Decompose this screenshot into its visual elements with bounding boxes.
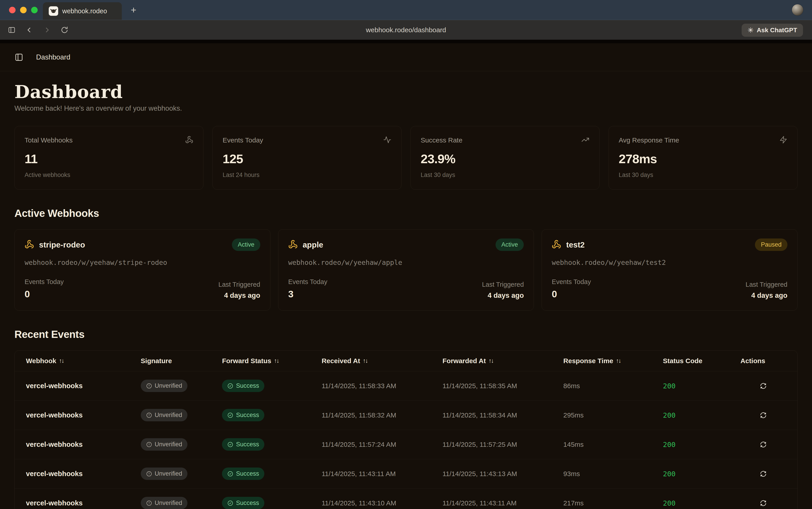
- column-label: Forwarded At: [443, 357, 486, 365]
- stat-label: Success Rate: [421, 136, 462, 144]
- column-label: Forward Status: [222, 357, 271, 365]
- recent-events-heading: Recent Events: [14, 328, 798, 340]
- refresh-icon: [760, 412, 767, 419]
- column-header[interactable]: Forward Status ↑↓: [222, 357, 321, 365]
- alert-circle-icon: [146, 383, 152, 389]
- stat-value: 278ms: [619, 151, 787, 166]
- signature-badge: Unverified: [141, 409, 188, 421]
- retry-button[interactable]: [758, 440, 768, 449]
- webhook-name: test2: [566, 240, 750, 249]
- last-triggered-label: Last Triggered: [218, 281, 260, 288]
- page-title: Dashboard: [14, 81, 798, 102]
- back-button[interactable]: [24, 25, 34, 35]
- activity-icon: [383, 136, 391, 145]
- webhook-card[interactable]: stripe-rodeo Active webhook.rodeo/w/yeeh…: [14, 229, 270, 311]
- site-favicon-bull-icon: [49, 6, 58, 16]
- column-header[interactable]: Response Time ↑↓: [563, 357, 663, 365]
- webhook-card[interactable]: apple Active webhook.rodeo/w/yeehaw/appl…: [278, 229, 534, 311]
- zap-icon: [779, 136, 787, 145]
- retry-button[interactable]: [758, 498, 768, 508]
- recent-events-table: Webhook ↑↓ Signature Forward Status ↑↓ R…: [14, 350, 798, 509]
- column-header[interactable]: Forwarded At ↑↓: [443, 357, 563, 365]
- received-at: 11/14/2025, 11:58:33 AM: [322, 382, 443, 390]
- forwarded-at: 11/14/2025, 11:58:34 AM: [443, 411, 563, 419]
- column-header[interactable]: Received At ↑↓: [322, 357, 443, 365]
- table-body: vercel-webhooks Unverified Success 11/14…: [15, 371, 797, 509]
- check-circle-icon: [227, 383, 233, 389]
- retry-button[interactable]: [758, 469, 768, 479]
- alert-circle-icon: [146, 442, 152, 447]
- page-subtitle: Welcome back! Here's an overview of your…: [14, 104, 798, 112]
- sort-arrows-icon: ↑↓: [363, 357, 368, 364]
- webhook-icon: [25, 240, 34, 250]
- forward-status-badge: Success: [222, 409, 264, 421]
- refresh-icon: [760, 500, 767, 507]
- webhook-icon: [288, 240, 298, 250]
- column-header[interactable]: Actions: [741, 357, 786, 365]
- close-window-button[interactable]: [9, 7, 15, 13]
- forward-button[interactable]: [42, 25, 52, 35]
- stat-label: Avg Response Time: [619, 136, 679, 144]
- stat-value: 125: [223, 151, 391, 166]
- row-webhook-name: vercel-webhooks: [26, 470, 141, 478]
- events-today-value: 0: [25, 289, 64, 300]
- reload-button[interactable]: [60, 25, 69, 35]
- events-today-label: Events Today: [288, 278, 327, 285]
- signature-badge: Unverified: [141, 380, 188, 392]
- response-time: 295ms: [563, 411, 663, 419]
- status-badge: Active: [495, 238, 524, 251]
- column-header[interactable]: Webhook ↑↓: [26, 357, 141, 365]
- webhook-url: webhook.rodeo/w/yeehaw/test2: [552, 259, 787, 266]
- stat-card: Total Webhooks 11 Active webhooks: [14, 126, 203, 190]
- webhook-card[interactable]: test2 Paused webhook.rodeo/w/yeehaw/test…: [542, 229, 798, 311]
- dashboard-main: Dashboard Welcome back! Here's an overvi…: [0, 81, 812, 509]
- response-time: 86ms: [563, 382, 663, 390]
- status-code: 200: [663, 440, 741, 449]
- browser-tab[interactable]: webhook.rodeo: [43, 2, 122, 20]
- app-header: Dashboard: [0, 43, 812, 71]
- column-header[interactable]: Signature: [141, 357, 222, 365]
- breadcrumb: Dashboard: [36, 53, 70, 61]
- stat-caption: Last 24 hours: [223, 172, 391, 178]
- forwarded-at: 11/14/2025, 11:43:13 AM: [443, 470, 563, 478]
- zoom-window-button[interactable]: [31, 7, 38, 13]
- received-at: 11/14/2025, 11:58:32 AM: [322, 411, 443, 419]
- user-avatar[interactable]: [792, 4, 804, 16]
- row-webhook-name: vercel-webhooks: [26, 382, 141, 390]
- browser-toolbar: webhook.rodeo/dashboard ✳ Ask ChatGPT: [0, 20, 812, 40]
- browser-titlebar: webhook.rodeo +: [0, 0, 812, 20]
- new-tab-button[interactable]: +: [129, 6, 138, 15]
- column-label: Response Time: [563, 357, 613, 365]
- last-triggered-label: Last Triggered: [482, 281, 524, 288]
- row-webhook-name: vercel-webhooks: [26, 499, 141, 507]
- tab-title: webhook.rodeo: [62, 7, 107, 15]
- alert-circle-icon: [146, 471, 152, 477]
- ask-chatgpt-button[interactable]: ✳ Ask ChatGPT: [742, 24, 803, 37]
- alert-circle-icon: [146, 500, 152, 506]
- stat-card: Avg Response Time 278ms Last 30 days: [609, 126, 798, 190]
- response-time: 217ms: [563, 499, 663, 507]
- status-badge: Active: [232, 238, 260, 251]
- row-webhook-name: vercel-webhooks: [26, 411, 141, 419]
- address-bar[interactable]: webhook.rodeo/dashboard: [0, 26, 812, 34]
- forward-status-badge: Success: [222, 380, 264, 392]
- signature-badge: Unverified: [141, 468, 188, 480]
- minimize-window-button[interactable]: [20, 7, 27, 13]
- sort-arrows-icon: ↑↓: [489, 357, 493, 364]
- stat-cards: Total Webhooks 11 Active webhooks Events…: [14, 126, 798, 190]
- retry-button[interactable]: [758, 410, 768, 420]
- sort-arrows-icon: ↑↓: [59, 357, 64, 364]
- sidebar-toggle-icon[interactable]: [7, 25, 17, 35]
- column-header[interactable]: Status Code: [663, 357, 741, 365]
- forward-status-badge: Success: [222, 468, 264, 480]
- webhook-url: webhook.rodeo/w/yeehaw/stripe-rodeo: [25, 259, 260, 266]
- status-code: 200: [663, 470, 741, 478]
- panel-left-icon[interactable]: [14, 53, 24, 62]
- signature-badge: Unverified: [141, 438, 188, 451]
- check-circle-icon: [227, 442, 233, 447]
- check-circle-icon: [227, 471, 233, 477]
- table-row: vercel-webhooks Unverified Success 11/14…: [15, 371, 797, 401]
- traffic-lights: [9, 7, 38, 13]
- retry-button[interactable]: [758, 381, 768, 391]
- table-row: vercel-webhooks Unverified Success 11/14…: [15, 401, 797, 430]
